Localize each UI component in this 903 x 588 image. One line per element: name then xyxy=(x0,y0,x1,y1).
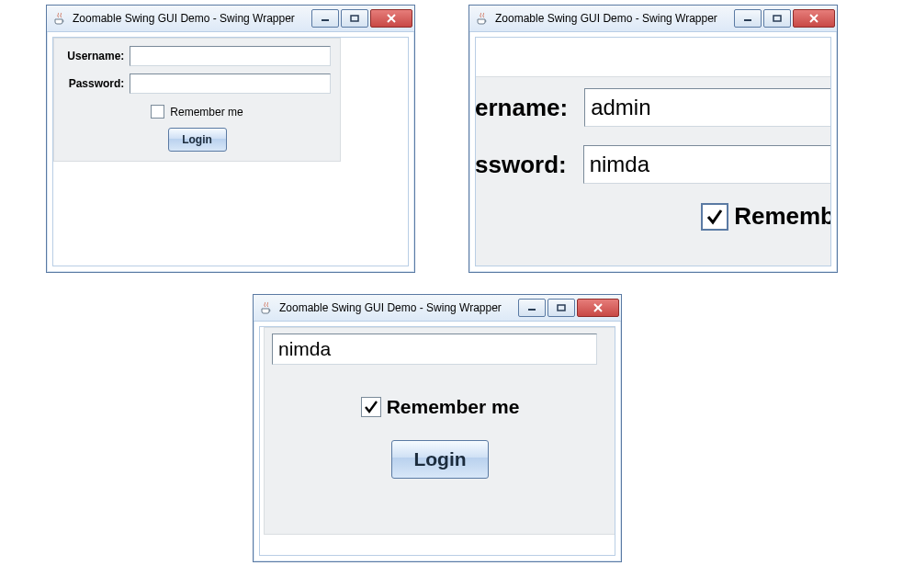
login-button[interactable]: Login xyxy=(168,128,227,152)
window-title: Zoomable Swing GUI Demo - Swing Wrapper xyxy=(73,12,295,25)
swing-window-2: Zoomable Swing GUI Demo - Swing Wrapper … xyxy=(468,5,838,273)
password-label-clipped: ssword: xyxy=(475,151,567,179)
password-field[interactable] xyxy=(272,334,597,365)
remember-checkbox[interactable]: Remember me xyxy=(361,396,520,418)
checkbox-icon xyxy=(701,203,728,231)
username-label: Username: xyxy=(63,50,124,62)
checkbox-icon xyxy=(361,397,381,417)
maximize-button[interactable] xyxy=(341,9,368,28)
password-field[interactable] xyxy=(130,74,331,94)
maximize-button[interactable] xyxy=(547,299,575,317)
titlebar: Zoomable Swing GUI Demo - Swing Wrapper xyxy=(47,6,414,32)
remember-label-clipped: Rememb xyxy=(734,202,831,231)
minimize-button[interactable] xyxy=(518,299,546,317)
close-button[interactable] xyxy=(370,9,412,28)
remember-checkbox[interactable]: Remember me xyxy=(151,105,243,119)
java-icon xyxy=(259,300,274,315)
login-button-label: Login xyxy=(182,133,212,146)
svg-rect-9 xyxy=(558,305,565,311)
client-area: ername: ssword: Rememb xyxy=(475,37,831,266)
window-title: Zoomable Swing GUI Demo - Swing Wrapper xyxy=(279,301,502,314)
username-label-clipped: ername: xyxy=(475,94,568,122)
username-field[interactable] xyxy=(130,46,331,66)
swing-window-3: Zoomable Swing GUI Demo - Swing Wrapper … xyxy=(253,294,622,562)
window-title: Zoomable Swing GUI Demo - Swing Wrapper xyxy=(495,12,717,25)
minimize-button[interactable] xyxy=(311,9,339,28)
java-icon xyxy=(475,11,490,26)
login-form: Username: Password: Remember me Login xyxy=(53,38,341,162)
window-buttons xyxy=(518,299,619,317)
login-button-label: Login xyxy=(413,448,466,470)
password-field[interactable] xyxy=(583,145,831,184)
checkbox-icon xyxy=(151,105,164,119)
login-form-zoomed: ername: ssword: Rememb xyxy=(475,76,831,266)
client-area: Remember me Login xyxy=(259,326,615,556)
password-label: Password: xyxy=(63,77,124,90)
username-field[interactable] xyxy=(584,88,831,127)
close-button[interactable] xyxy=(793,9,835,28)
window-buttons xyxy=(311,9,412,28)
swing-window-1: Zoomable Swing GUI Demo - Swing Wrapper … xyxy=(46,5,415,273)
remember-label: Remember me xyxy=(387,396,520,418)
java-icon xyxy=(52,11,67,26)
client-area: Username: Password: Remember me Login xyxy=(52,37,409,266)
svg-rect-5 xyxy=(773,16,781,21)
login-button[interactable]: Login xyxy=(391,440,489,479)
titlebar: Zoomable Swing GUI Demo - Swing Wrapper xyxy=(254,295,621,322)
login-form-zoomed: Remember me Login xyxy=(264,327,615,535)
titlebar: Zoomable Swing GUI Demo - Swing Wrapper xyxy=(469,6,837,32)
remember-checkbox[interactable]: Rememb xyxy=(701,202,831,231)
svg-rect-1 xyxy=(351,16,358,21)
window-buttons xyxy=(734,9,835,28)
maximize-button[interactable] xyxy=(763,9,791,28)
close-button[interactable] xyxy=(577,299,619,317)
minimize-button[interactable] xyxy=(734,9,762,28)
remember-label: Remember me xyxy=(170,106,243,119)
